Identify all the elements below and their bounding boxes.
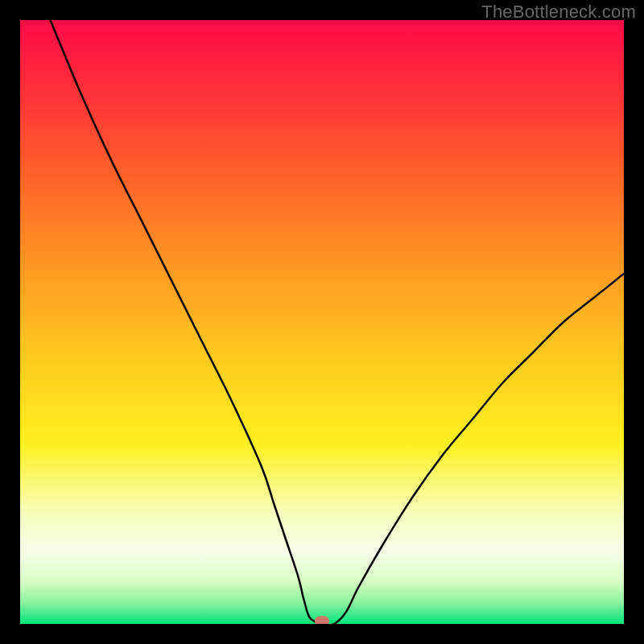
optimal-point-marker (315, 616, 329, 624)
chart-frame: TheBottleneck.com (0, 0, 644, 644)
chart-svg (20, 20, 624, 624)
plot-background (20, 20, 624, 624)
